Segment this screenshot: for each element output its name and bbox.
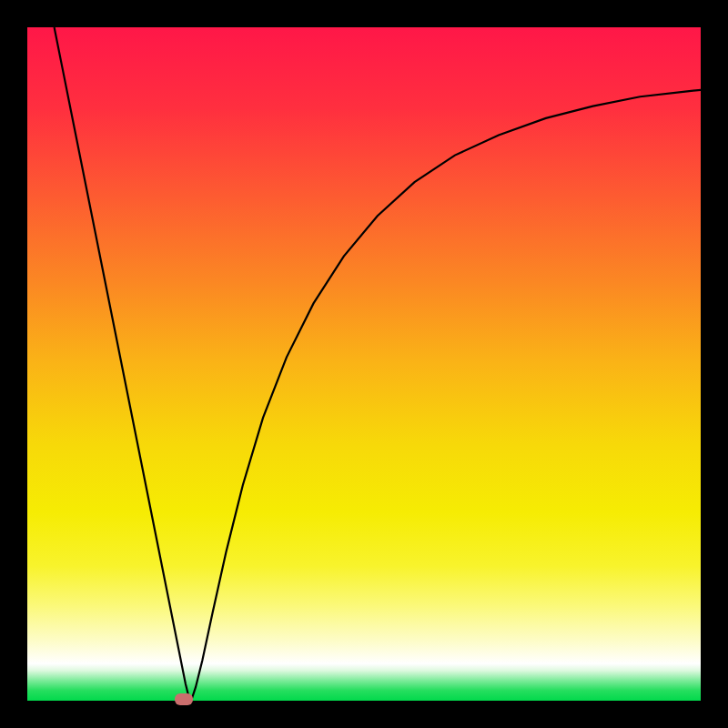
chart-frame [0, 0, 728, 728]
svg-rect-2 [0, 0, 27, 728]
optimal-marker [175, 693, 193, 705]
svg-rect-0 [0, 0, 728, 27]
chart-container: TheBottlenecker.com [0, 0, 728, 728]
svg-rect-3 [701, 0, 728, 728]
svg-rect-1 [0, 701, 728, 728]
